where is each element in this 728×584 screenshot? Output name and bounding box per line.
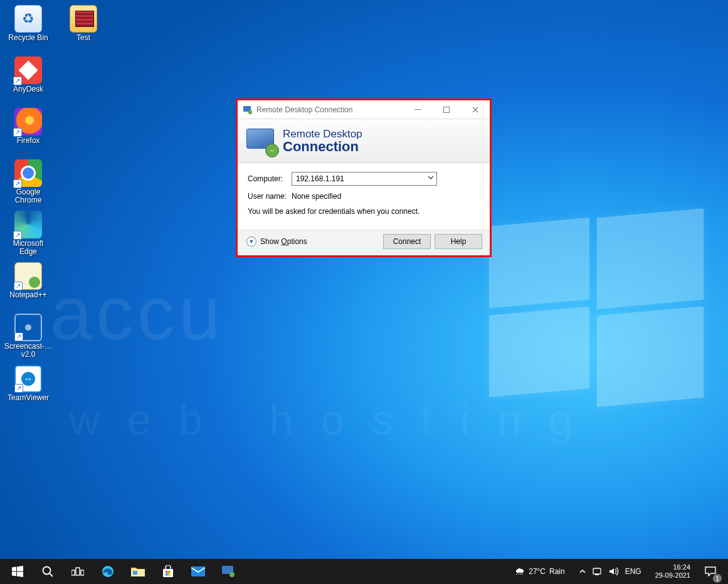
recycle-bin-icon — [14, 5, 42, 33]
svg-point-4 — [43, 567, 51, 575]
show-options-label: Show Options — [260, 237, 307, 246]
desktop-icon-anydesk[interactable]: ↗AnyDesk — [3, 56, 54, 104]
show-options-toggle[interactable]: ▼ Show Options — [246, 236, 307, 247]
microsoft-store-icon — [162, 565, 174, 578]
svg-rect-6 — [71, 570, 75, 575]
taskbar-task-view-button[interactable] — [63, 559, 93, 584]
taskbar[interactable]: 🌧 27°C Rain ENG 16:24 29-09-2021 — [0, 559, 728, 584]
shortcut-arrow-icon: ↗ — [13, 179, 22, 188]
taskbar-file-explorer-button[interactable] — [123, 559, 153, 584]
desktop-icon-label: Microsoft Edge — [3, 240, 53, 256]
shortcut-arrow-icon: ↗ — [14, 332, 23, 341]
desktop-icon-notepad-pp[interactable]: ↗Notepad++ — [3, 262, 54, 310]
tray-chevron-icon[interactable] — [579, 568, 586, 575]
desktop-icon-label: Notepad++ — [9, 291, 46, 299]
svg-rect-3 — [444, 107, 450, 112]
screencast-icon: ↗ — [14, 314, 42, 341]
taskbar-edge-button[interactable] — [93, 559, 123, 584]
shortcut-arrow-icon: ↗ — [14, 384, 23, 393]
notification-badge: 1 — [713, 574, 722, 583]
svg-rect-11 — [133, 571, 137, 575]
task-view-icon — [71, 566, 84, 576]
weather-temp: 27°C — [529, 567, 546, 576]
file-explorer-icon — [131, 566, 145, 577]
svg-rect-17 — [191, 566, 205, 576]
clock[interactable]: 16:24 29-09-2021 — [649, 563, 697, 580]
computer-input[interactable] — [292, 173, 436, 185]
remote-desktop-window[interactable]: Remote Desktop Connection ↔ — [236, 98, 492, 257]
volume-icon[interactable] — [609, 567, 619, 576]
desktop-icons-column-2: Test — [58, 5, 109, 56]
google-chrome-icon: ↗ — [14, 159, 42, 187]
maximize-button[interactable] — [432, 100, 461, 119]
taskbar-remote-desktop-button[interactable] — [213, 559, 243, 584]
action-center-button[interactable]: 1 — [698, 559, 723, 584]
taskbar-start-button[interactable] — [3, 559, 33, 584]
svg-rect-2 — [414, 109, 421, 110]
titlebar[interactable]: Remote Desktop Connection — [238, 100, 490, 119]
desktop-icons-column-1: Recycle Bin↗AnyDesk↗Firefox↗Google Chrom… — [3, 5, 59, 417]
desktop-icon-screencast[interactable]: ↗Screencast-… v2.0 — [3, 314, 54, 361]
svg-rect-8 — [81, 570, 84, 575]
svg-line-5 — [50, 573, 53, 576]
desktop-icon-label: TeamViewer — [8, 394, 49, 402]
svg-rect-16 — [168, 573, 171, 576]
username-label: User name: — [248, 192, 292, 201]
desktop-icon-label: Firefox — [17, 137, 40, 145]
notepad-pp-icon: ↗ — [14, 262, 42, 290]
banner: ↔ Remote Desktop Connection — [238, 119, 490, 163]
svg-rect-14 — [168, 571, 171, 573]
search-icon — [41, 565, 54, 578]
svg-rect-21 — [595, 574, 599, 575]
taskbar-mail-button[interactable] — [183, 559, 213, 584]
username-value: None specified — [292, 192, 341, 201]
desktop-icon-google-chrome[interactable]: ↗Google Chrome — [3, 159, 54, 207]
desktop-icon-label: Screencast-… v2.0 — [3, 342, 53, 359]
computer-combobox[interactable] — [292, 172, 437, 186]
desktop-icon-label: Recycle Bin — [8, 34, 48, 42]
weather-widget[interactable]: 🌧 27°C Rain — [509, 566, 571, 577]
mail-icon — [191, 566, 205, 576]
close-button[interactable] — [461, 100, 490, 119]
weather-cond: Rain — [549, 567, 565, 576]
rain-icon: 🌧 — [515, 566, 525, 577]
chevron-down-icon: ▼ — [246, 236, 256, 247]
start-icon — [12, 566, 23, 577]
network-icon[interactable] — [593, 567, 603, 576]
desktop-icon-teamviewer[interactable]: ↗TeamViewer — [3, 365, 54, 413]
svg-point-19 — [229, 572, 235, 577]
svg-rect-7 — [76, 568, 80, 575]
desktop-icon-test-folder[interactable]: Test — [58, 5, 109, 53]
help-button[interactable]: Help — [435, 234, 482, 249]
test-folder-icon — [70, 5, 97, 33]
svg-rect-13 — [166, 571, 168, 573]
edge-icon — [101, 565, 115, 578]
svg-rect-15 — [166, 573, 168, 576]
taskbar-microsoft-store-button[interactable] — [153, 559, 183, 584]
desktop-icon-label: Test — [76, 34, 90, 42]
credentials-hint: You will be asked for credentials when y… — [248, 207, 480, 216]
windows-logo-wallpaper — [489, 213, 702, 401]
desktop-icon-label: Google Chrome — [3, 188, 53, 204]
microsoft-edge-icon: ↗ — [14, 211, 42, 238]
minimize-button[interactable] — [403, 100, 432, 119]
shortcut-arrow-icon: ↗ — [13, 77, 22, 85]
language-indicator[interactable]: ENG — [625, 567, 641, 576]
anydesk-icon: ↗ — [14, 56, 42, 84]
desktop-icon-microsoft-edge[interactable]: ↗Microsoft Edge — [3, 211, 54, 258]
firefox-icon: ↗ — [14, 108, 42, 135]
svg-point-1 — [248, 110, 252, 114]
svg-rect-20 — [593, 568, 601, 574]
desktop-icon-firefox[interactable]: ↗Firefox — [3, 108, 54, 156]
clock-time: 16:24 — [655, 563, 690, 571]
computer-label: Computer: — [248, 174, 292, 183]
desktop-icon-recycle-bin[interactable]: Recycle Bin — [3, 5, 54, 53]
remote-desktop-banner-icon: ↔ — [246, 129, 277, 154]
desktop[interactable]: accu web hosting Recycle Bin↗AnyDesk↗Fir… — [0, 0, 728, 584]
connect-button[interactable]: Connect — [383, 234, 431, 249]
taskbar-search-button[interactable] — [33, 559, 63, 584]
window-title: Remote Desktop Connection — [256, 105, 352, 114]
shortcut-arrow-icon: ↗ — [13, 128, 22, 137]
banner-line1: Remote Desktop — [283, 129, 362, 140]
shortcut-arrow-icon: ↗ — [14, 282, 23, 290]
